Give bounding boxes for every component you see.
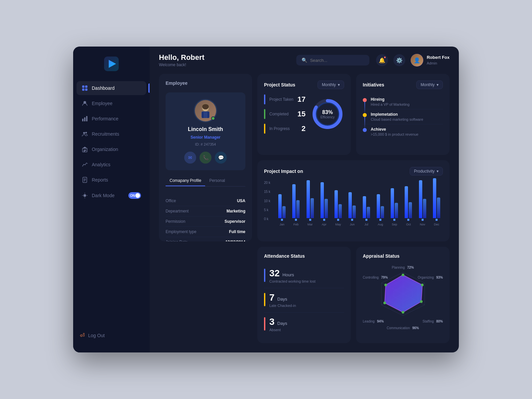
header: Hello, Robert Welcome back! 🔍 🔔 ⚙️ 👤 xyxy=(150,47,459,74)
bar-tall xyxy=(348,192,352,218)
attendance-hours: 32 Hours Contracted working time lost xyxy=(264,264,344,288)
svg-point-47 xyxy=(384,284,387,286)
employee-id: ID: # 247354 xyxy=(195,142,216,146)
svg-point-46 xyxy=(383,302,386,304)
darkmode-toggle[interactable]: ON xyxy=(128,192,141,199)
sidebar-item-employee[interactable]: Employee xyxy=(76,96,146,110)
bar-dot xyxy=(281,219,283,221)
search-input[interactable] xyxy=(310,58,364,63)
user-profile[interactable]: 👤 Robert Fox Admin xyxy=(411,54,450,66)
employee-section-title: Employee xyxy=(166,80,245,86)
tab-company-profile[interactable]: Comapany Profile xyxy=(166,176,205,186)
attendance-title: Attendance Status xyxy=(264,253,305,259)
employee-profile: Lincoln Smith Senior Manager ID: # 24735… xyxy=(166,92,245,170)
att-late-desc: Late Chacked-in xyxy=(269,304,296,308)
donut-label: 83% Efficiency xyxy=(321,109,335,119)
stat-value-progress: 2 xyxy=(302,124,306,133)
initiative-dot xyxy=(363,128,367,132)
field-joining-date: Joining Date 13/02/2014 xyxy=(166,237,245,241)
field-office: Office USA xyxy=(166,196,245,206)
field-value: Marketing xyxy=(226,209,245,213)
svg-point-19 xyxy=(83,194,86,197)
initiative-implementation: Implemetation Cloud based marketing soft… xyxy=(363,109,443,124)
logo[interactable] xyxy=(73,53,150,81)
bar-dot xyxy=(323,219,325,221)
attendance-card: Attendance Status 32 Hours Contracted wo… xyxy=(257,247,351,343)
sidebar-item-analytics[interactable]: Analytics xyxy=(76,158,146,172)
bar-group xyxy=(332,190,344,221)
bar-group xyxy=(402,186,415,221)
bar-group xyxy=(346,192,358,221)
user-name: Robert Fox xyxy=(427,55,450,60)
notifications-button[interactable]: 🔔 xyxy=(376,54,388,66)
sidebar-item-organization[interactable]: Organization xyxy=(76,142,146,156)
initiatives-dropdown[interactable]: Monthly ▾ xyxy=(416,80,443,89)
page-subtitle: Welcome back! xyxy=(159,63,290,67)
sidebar-item-reports[interactable]: Reports xyxy=(76,173,146,187)
initiative-desc: Hired a VP of Marketing xyxy=(371,102,410,106)
search-bar[interactable]: 🔍 xyxy=(296,55,369,66)
bar-short xyxy=(423,199,426,218)
skype-button[interactable]: 💬 xyxy=(215,152,227,164)
employee-name: Lincoln Smith xyxy=(188,126,223,132)
bar-chart: JanFebMarAprMayJunJulAugSepOctNovDec xyxy=(276,181,443,226)
sidebar-nav: Dashboard Employee xyxy=(73,81,150,325)
app-container: Dashboard Employee xyxy=(73,47,459,352)
email-button[interactable]: ✉ xyxy=(184,152,196,164)
settings-button[interactable]: ⚙️ xyxy=(393,54,405,66)
bar-group xyxy=(276,194,288,221)
initiative-desc: Cloud based marketing software xyxy=(371,117,423,121)
bar-group xyxy=(304,180,316,221)
sidebar-item-performance[interactable]: Performance xyxy=(76,112,146,126)
bar-short xyxy=(437,198,440,218)
bar-tall xyxy=(334,190,338,218)
svg-rect-3 xyxy=(85,85,87,88)
chevron-down-icon: ▾ xyxy=(338,82,340,87)
att-absent-unit: Days xyxy=(277,321,287,326)
sidebar-item-dashboard[interactable]: Dashboard xyxy=(76,81,146,95)
logout-button[interactable]: ⏎ Log Out xyxy=(80,332,143,339)
toggle-text: ON xyxy=(130,194,135,198)
project-status-dropdown[interactable]: Monthly ▾ xyxy=(318,80,344,89)
phone-button[interactable]: 📞 xyxy=(200,152,211,164)
appraisal-staffing: Staffing 80% xyxy=(423,318,443,324)
bar-tall xyxy=(405,186,408,218)
bar-group xyxy=(430,178,443,221)
stat-completed: Completed 15 xyxy=(264,109,306,119)
header-greeting: Hello, Robert Welcome back! xyxy=(159,53,290,67)
appraisal-controlling: Controlling 79% xyxy=(363,274,388,280)
att-bar-hours xyxy=(264,269,265,282)
stat-value-completed: 15 xyxy=(298,110,306,118)
bar-dot xyxy=(295,219,297,221)
bar-short xyxy=(282,206,286,218)
attendance-header: Attendance Status xyxy=(264,253,344,259)
bar-short xyxy=(367,207,370,218)
sidebar-item-recruitments[interactable]: Recruitments xyxy=(76,127,146,141)
sun-icon xyxy=(82,193,88,199)
project-impact-dropdown[interactable]: Productivity ▾ xyxy=(410,167,443,176)
grid-icon xyxy=(82,85,88,91)
chart-icon xyxy=(82,116,88,122)
bar-short xyxy=(338,204,342,218)
bar-short xyxy=(352,205,356,218)
project-impact-title: Project Impact on xyxy=(264,169,303,174)
att-absent-value: 3 xyxy=(269,317,275,327)
appraisal-wrapper: Appraisal Status xyxy=(356,247,450,343)
sidebar-item-darkmode[interactable]: Dark Mode ON xyxy=(76,188,146,203)
tab-personal[interactable]: Personal xyxy=(205,176,229,186)
bar-dot xyxy=(379,219,381,221)
sidebar-item-label: Dashboard xyxy=(92,85,115,91)
initiative-hiring: Hireing Hired a VP of Marketing xyxy=(363,94,443,109)
user-role: Admin xyxy=(427,61,437,65)
online-indicator xyxy=(211,116,215,120)
bar-short xyxy=(381,206,384,218)
employee-actions: ✉ 📞 💬 xyxy=(184,152,227,164)
svg-point-44 xyxy=(420,300,423,303)
bar-tall xyxy=(377,194,380,218)
bar-group xyxy=(416,180,429,221)
bar-group xyxy=(290,184,302,221)
bar-short xyxy=(311,198,314,218)
att-absent-desc: Absent xyxy=(269,328,287,332)
svg-rect-5 xyxy=(85,88,87,91)
profile-tabs: Comapany Profile Personal xyxy=(166,176,245,187)
